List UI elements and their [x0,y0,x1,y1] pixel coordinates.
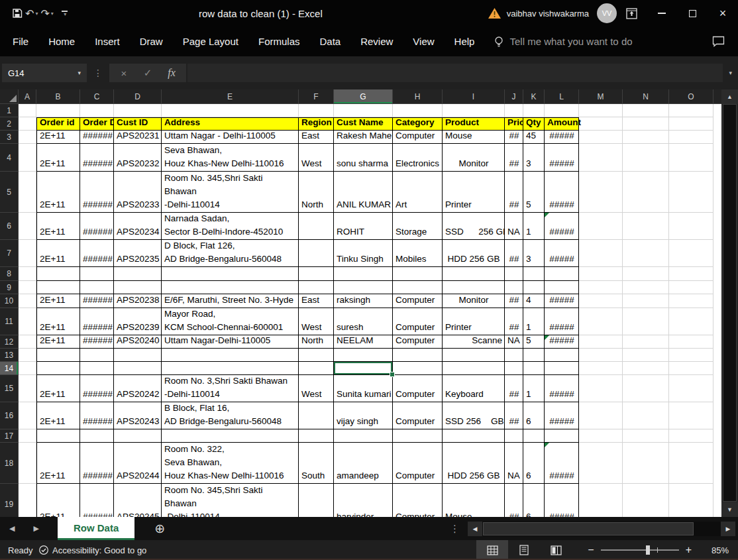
cell-A5[interactable] [19,172,36,213]
cell-A1[interactable] [19,104,36,117]
row-header-14[interactable]: 14 [0,362,19,375]
cell-O13[interactable] [669,349,713,362]
cell-E7[interactable]: D Block, Flat 126, AD Bridge-Bengaluru-5… [162,240,299,267]
cell-N8[interactable] [623,267,669,281]
cell-C8[interactable] [80,267,114,281]
cell-K13[interactable] [523,349,545,362]
column-header-B[interactable]: B [36,89,80,104]
column-header-J[interactable]: J [505,89,523,104]
cell-O15[interactable] [669,375,713,402]
cell-G16[interactable]: vijay singh [334,402,393,429]
cell-G8[interactable] [334,267,393,281]
cell-L15[interactable]: ##### [545,375,579,402]
cell-D2[interactable]: Cust ID [114,117,162,131]
tab-insert[interactable]: Insert [85,30,130,52]
cell-A9[interactable] [19,281,36,294]
column-header-N[interactable]: N [623,89,669,104]
cell-D9[interactable] [114,281,162,294]
namebox-caret-icon[interactable]: ▾ [78,70,81,76]
cell-L11[interactable]: ##### [545,308,579,335]
cell-A16[interactable] [19,402,36,429]
cell-M9[interactable] [579,281,623,294]
tab-home[interactable]: Home [38,30,85,52]
cell-C17[interactable] [80,429,114,443]
cell-I9[interactable] [443,281,505,294]
cell-N14[interactable] [623,362,669,375]
cell-B12[interactable]: 2E+11 [36,335,80,349]
cell-N11[interactable] [623,308,669,335]
cell-J7[interactable]: ## [505,240,523,267]
cell-A8[interactable] [19,267,36,281]
cell-K1[interactable] [523,104,545,117]
cell-H8[interactable] [393,267,443,281]
cell-B9[interactable] [36,281,80,294]
cell-E13[interactable] [162,349,299,362]
cell-J19[interactable]: ## [505,484,523,517]
cell-C16[interactable]: ###### [80,402,114,429]
cell-N10[interactable] [623,294,669,308]
column-header-H[interactable]: H [393,89,443,104]
cell-H1[interactable] [393,104,443,117]
cell-L6[interactable]: ##### [545,213,579,240]
horizontal-scrollbar[interactable]: ◀ ▶ [468,522,735,536]
cell-C2[interactable]: Order D [80,117,114,131]
cell-J13[interactable] [505,349,523,362]
cell-G6[interactable]: ROHIT [334,213,393,240]
cell-O7[interactable] [669,240,713,267]
cell-A17[interactable] [19,429,36,443]
cell-D1[interactable] [114,104,162,117]
cell-H6[interactable]: Storage [393,213,443,240]
cell-J11[interactable]: ## [505,308,523,335]
expand-formula-bar-icon[interactable]: ▾ [723,70,738,76]
cell-H14[interactable] [393,362,443,375]
cell-C10[interactable]: ###### [80,294,114,308]
cell-F1[interactable] [299,104,334,117]
cell-L8[interactable] [545,267,579,281]
cell-H18[interactable]: Computer [393,443,443,484]
cell-H16[interactable]: Computer [393,402,443,429]
cell-K6[interactable]: 1 [523,213,545,240]
scroll-down-icon[interactable]: ▼ [721,502,738,517]
cell-J18[interactable]: NA [505,443,523,484]
cell-B15[interactable]: 2E+11 [36,375,80,402]
cell-E2[interactable]: Address [162,117,299,131]
cell-N13[interactable] [623,349,669,362]
cell-I3[interactable]: Mouse [443,131,505,144]
cell-H4[interactable]: Electronics [393,144,443,172]
row-header-12[interactable]: 12 [0,335,19,349]
cell-L12[interactable]: ##### [545,335,579,349]
cell-B10[interactable]: 2E+11 [36,294,80,308]
cell-D13[interactable] [114,349,162,362]
cell-E8[interactable] [162,267,299,281]
cell-O9[interactable] [669,281,713,294]
cell-M14[interactable] [579,362,623,375]
cell-N18[interactable] [623,443,669,484]
tab-data[interactable]: Data [309,30,350,52]
cell-L16[interactable]: ##### [545,402,579,429]
cell-D14[interactable] [114,362,162,375]
column-header-O[interactable]: O [669,89,713,104]
cell-A7[interactable] [19,240,36,267]
cell-O10[interactable] [669,294,713,308]
cell-I11[interactable]: Printer [443,308,505,335]
cell-F4[interactable]: West [299,144,334,172]
cell-B7[interactable]: 2E+11 [36,240,80,267]
cell-N19[interactable] [623,484,669,517]
cell-H15[interactable]: Computer [393,375,443,402]
cell-E16[interactable]: B Block, Flat 16, AD Bridge-Bengaluru-56… [162,402,299,429]
cell-N9[interactable] [623,281,669,294]
cell-C15[interactable]: ###### [80,375,114,402]
cell-C19[interactable]: ###### [80,484,114,517]
cell-C7[interactable]: ###### [80,240,114,267]
cell-J16[interactable]: ## [505,402,523,429]
cell-B19[interactable]: 2E+11 [36,484,80,517]
cell-L19[interactable]: ##### [545,484,579,517]
cell-A10[interactable] [19,294,36,308]
zoom-slider-thumb[interactable] [646,545,650,555]
cell-K7[interactable]: 3 [523,240,545,267]
cell-B3[interactable]: 2E+11 [36,131,80,144]
cell-N5[interactable] [623,172,669,213]
column-header-G[interactable]: G [334,89,393,104]
cell-O16[interactable] [669,402,713,429]
cell-H13[interactable] [393,349,443,362]
